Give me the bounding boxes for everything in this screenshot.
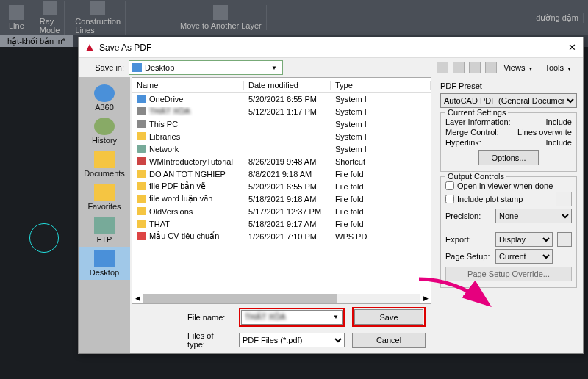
place-history[interactable]: History xyxy=(79,115,130,148)
page-setup-override-button: Page Setup Override... xyxy=(445,267,572,281)
file-row[interactable]: WMIntroductoryTutorial8/26/2019 9:48 AMS… xyxy=(132,155,431,167)
file-icon xyxy=(137,220,146,228)
file-row[interactable]: OneDrive5/20/2021 6:55 PMSystem I xyxy=(132,93,431,105)
file-row[interactable]: THẤT XÓA5/12/2021 1:17 PMSystem I xyxy=(132,105,431,118)
search-icon[interactable] xyxy=(469,62,481,73)
file-name-input[interactable]: THẤT XÓA ▼ xyxy=(241,310,343,325)
views-menu[interactable]: Views▼ xyxy=(501,63,538,72)
place-icon xyxy=(94,118,115,135)
file-row[interactable]: file word luận văn5/18/2021 9:18 AMFile … xyxy=(132,192,431,205)
pdf-preset-label: PDF Preset xyxy=(440,82,577,90)
file-list[interactable]: Name Date modified Type OneDrive5/20/202… xyxy=(132,77,431,304)
file-row[interactable]: THAT5/18/2021 9:17 AMFile fold xyxy=(132,217,431,230)
file-icon xyxy=(137,232,146,240)
autocad-logo-icon xyxy=(85,43,95,53)
drawing-tab[interactable]: hật-khối bản in* xyxy=(0,35,73,48)
precision-dropdown[interactable]: None xyxy=(495,209,572,223)
file-row[interactable]: This PCSystem I xyxy=(132,118,431,130)
place-icon xyxy=(94,184,115,201)
desktop-icon xyxy=(132,63,142,72)
place-icon xyxy=(94,151,115,168)
file-row[interactable]: NetworkSystem I xyxy=(132,142,431,155)
right-panel: PDF Preset AutoCAD PDF (General Document… xyxy=(434,77,583,353)
up-icon[interactable] xyxy=(453,62,465,73)
file-icon xyxy=(137,170,146,178)
places-sidebar: A360HistoryDocumentsFavoritesFTPDesktop xyxy=(79,77,130,353)
file-icon xyxy=(137,207,146,215)
options-button[interactable]: Options... xyxy=(478,150,538,165)
save-in-label: Save in: xyxy=(85,63,124,72)
file-row[interactable]: Mẫu CV tiêu chuẩn1/26/2021 7:10 PMWPS PD xyxy=(132,230,431,242)
delete-icon[interactable] xyxy=(485,62,497,73)
file-list-header: Name Date modified Type xyxy=(132,78,431,93)
layer-name: đường đậm xyxy=(536,13,578,23)
file-icon xyxy=(137,107,146,115)
place-desktop[interactable]: Desktop xyxy=(79,247,130,280)
file-list-body: OneDrive5/20/2021 6:55 PMSystem ITHẤT XÓ… xyxy=(132,93,431,292)
file-type-label: Files of type: xyxy=(187,331,232,349)
open-viewer-checkbox[interactable]: Open in viewer when done xyxy=(445,181,572,190)
save-as-pdf-dialog: Save As PDF ✕ Save in: Desktop ▼ Views▼ … xyxy=(78,37,584,354)
file-type-dropdown[interactable]: PDF Files (*.pdf) xyxy=(239,333,345,347)
page-setup-dropdown[interactable]: Current xyxy=(495,249,553,264)
column-date[interactable]: Date modified xyxy=(244,81,331,90)
setting-row: Merge Control:Lines overwrite xyxy=(445,128,572,137)
pdf-preset-dropdown[interactable]: AutoCAD PDF (General Documentation) xyxy=(440,93,577,108)
close-button[interactable]: ✕ xyxy=(568,42,577,53)
place-ftp[interactable]: FTP xyxy=(79,214,130,247)
export-label: Export: xyxy=(445,235,491,244)
setting-row: Layer Information:Include xyxy=(445,118,572,126)
column-name[interactable]: Name xyxy=(132,81,244,90)
place-icon xyxy=(94,250,115,267)
file-icon xyxy=(137,145,146,153)
autocad-ribbon: Line RayMode ConstructionLines Move to A… xyxy=(0,0,588,35)
back-icon[interactable] xyxy=(437,62,448,73)
column-type[interactable]: Type xyxy=(331,81,431,90)
save-button[interactable]: Save xyxy=(354,309,423,325)
cancel-button[interactable]: Cancel xyxy=(352,333,426,348)
file-icon xyxy=(137,157,146,165)
file-icon xyxy=(137,132,146,140)
place-icon xyxy=(94,84,115,102)
save-button-highlight: Save xyxy=(352,307,426,327)
include-stamp-checkbox[interactable]: Include plot stamp xyxy=(445,193,556,205)
file-row[interactable]: LibrariesSystem I xyxy=(132,130,431,142)
tools-menu[interactable]: Tools▼ xyxy=(542,63,577,72)
stamp-icon[interactable] xyxy=(556,192,572,206)
current-settings-group: Current Settings Layer Information:Inclu… xyxy=(440,112,577,172)
export-window-button[interactable] xyxy=(557,232,572,247)
horizontal-scrollbar[interactable]: ◀ ▶ xyxy=(132,292,431,303)
file-icon xyxy=(137,95,146,103)
place-favorites[interactable]: Favorites xyxy=(79,181,130,214)
place-documents[interactable]: Documents xyxy=(79,148,130,181)
place-a360[interactable]: A360 xyxy=(79,82,130,115)
save-in-dropdown[interactable]: Desktop ▼ xyxy=(129,60,283,75)
file-row[interactable]: file PDF bản vẽ5/20/2021 6:55 PMFile fol… xyxy=(132,180,431,192)
file-row[interactable]: OldVersions5/17/2021 12:37 PMFile fold xyxy=(132,205,431,217)
dialog-toolbar: Save in: Desktop ▼ Views▼ Tools▼ xyxy=(79,58,583,77)
file-name-highlight: THẤT XÓA ▼ xyxy=(239,308,345,327)
page-setup-label: Page Setup: xyxy=(445,252,491,261)
dialog-bottom: File name: THẤT XÓA ▼ Save Files of type… xyxy=(130,304,433,353)
output-controls-group: Output Controls Open in viewer when done… xyxy=(440,176,577,288)
file-name-label: File name: xyxy=(187,313,232,322)
place-icon xyxy=(94,217,115,234)
export-dropdown[interactable]: Display xyxy=(495,232,553,247)
dialog-title: Save As PDF xyxy=(99,43,568,53)
setting-row: Hyperlink:Include xyxy=(445,138,572,147)
file-icon xyxy=(137,120,146,128)
dialog-titlebar: Save As PDF ✕ xyxy=(79,37,583,58)
file-row[interactable]: DO AN TOT NGHIEP8/8/2021 9:18 AMFile fol… xyxy=(132,167,431,180)
file-icon xyxy=(137,195,146,203)
file-icon xyxy=(137,182,146,190)
precision-label: Precision: xyxy=(445,212,491,220)
